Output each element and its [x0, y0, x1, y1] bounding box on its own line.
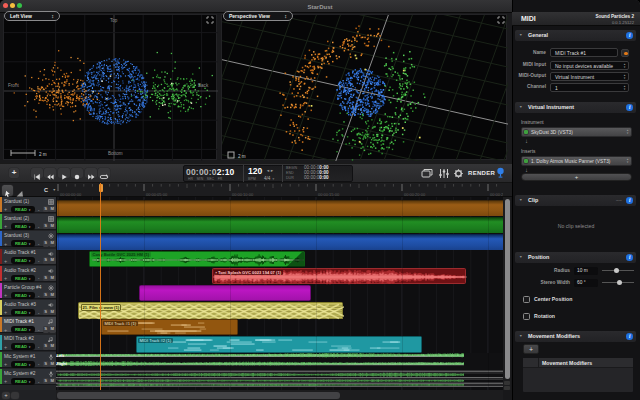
svg-text:00:00:25:00: 00:00:25:00 [490, 192, 503, 197]
svg-text:2 m: 2 m [39, 152, 47, 157]
svg-text:00:00:05:00: 00:00:05:00 [146, 192, 168, 197]
svg-text:2 m: 2 m [238, 154, 246, 159]
svg-text:00:00:20:00: 00:00:20:00 [404, 192, 426, 197]
svg-text:00:00:00:00: 00:00:00:00 [60, 192, 82, 197]
svg-text:00:00:10:00: 00:00:10:00 [232, 192, 254, 197]
svg-text:00:00:15:00: 00:00:15:00 [318, 192, 340, 197]
